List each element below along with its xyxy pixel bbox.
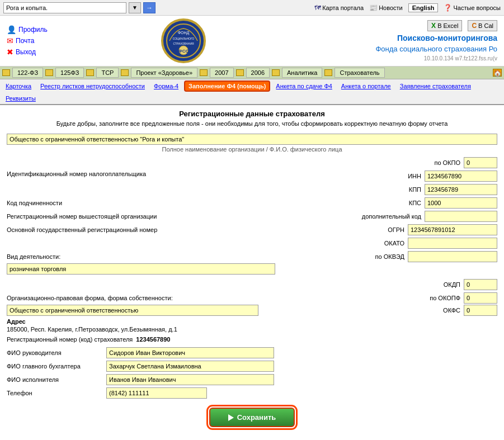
calc-icon: C bbox=[472, 22, 477, 30]
news-link[interactable]: 📰 Новости bbox=[369, 4, 403, 12]
inn-input[interactable]: 1234567890 bbox=[425, 171, 497, 182]
svg-point-0 bbox=[162, 20, 205, 62]
main-reg-label: Основной государственный регистрационный… bbox=[7, 226, 157, 233]
nav-tab-icon-5 bbox=[200, 69, 208, 76]
exit-link[interactable]: ✖ Выход bbox=[7, 48, 76, 56]
sub-code-label: Код подчиненности bbox=[7, 200, 62, 206]
nav-tab-fill-f4[interactable]: Заполнение Ф4 (помощь) bbox=[184, 81, 270, 92]
nav-tab-health[interactable]: Проект «Здоровье» bbox=[131, 68, 197, 78]
home-icon[interactable]: 🏠 bbox=[493, 69, 502, 77]
portal-logo: ФОНД СОЦИАЛЬНОГО СТРАХОВАНИЯ ФСС bbox=[158, 18, 209, 63]
nav-tab-122fz[interactable]: 122-ФЗ bbox=[12, 68, 43, 78]
id-tax-label: Идентификационный номер налогоплательщик… bbox=[7, 171, 146, 177]
kpp-input[interactable]: 123456789 bbox=[425, 184, 497, 195]
reg-num-insurer-label: Регистрационный номер (код) страхователя bbox=[7, 336, 133, 343]
nav-tab-icon-6 bbox=[236, 69, 244, 76]
map-icon: 🗺 bbox=[314, 4, 321, 12]
nav-tab-declaration[interactable]: Заявление страхователя bbox=[397, 82, 474, 91]
nav-tab-requisites[interactable]: Реквизиты bbox=[2, 94, 39, 103]
nav-tab-questionnaire-portal[interactable]: Анкета о портале bbox=[338, 82, 394, 91]
okved-label: по ОКВЭД bbox=[375, 253, 404, 260]
nav-tab-2007[interactable]: 2007 bbox=[210, 68, 233, 78]
org-name-input[interactable]: Общество с ограниченной ответственностью… bbox=[7, 134, 497, 145]
phone-row: Телефон (8142) 111111 bbox=[7, 387, 497, 399]
nav-tab-2006[interactable]: 2006 bbox=[246, 68, 270, 78]
secondary-nav: Карточка Реестр листков нетрудоспособнос… bbox=[0, 79, 504, 105]
activity-label: Вид деятельности: bbox=[7, 253, 60, 260]
activity-input[interactable]: розничная торговля bbox=[7, 263, 275, 275]
excel-export-button[interactable]: X В Excel bbox=[427, 20, 462, 31]
dop-kod-input[interactable] bbox=[425, 211, 497, 222]
profile-link[interactable]: 👤 Профиль bbox=[7, 25, 76, 34]
org-form-input[interactable]: Общество с ограниченной ответственностью bbox=[7, 305, 258, 316]
nav-tab-icon-1 bbox=[2, 69, 10, 76]
okfs-label: ОКФС bbox=[443, 307, 460, 314]
svg-text:СОЦИАЛЬНОГО: СОЦИАЛЬНОГО bbox=[173, 37, 195, 40]
ogrn-input[interactable]: 1234567891012 bbox=[408, 224, 497, 235]
executor-input[interactable]: Иванов Иван Иванович bbox=[106, 374, 274, 385]
server-info: 10.10.0.134 w7.fz122.fss.ru(v bbox=[424, 55, 497, 61]
okfs-input[interactable]: 0 bbox=[464, 305, 497, 316]
svg-text:ФОНД: ФОНД bbox=[178, 31, 190, 35]
faq-icon: ❓ bbox=[444, 4, 452, 12]
nav-tab-125fz[interactable]: 125ФЗ bbox=[55, 68, 84, 78]
nav-tab-analytics[interactable]: Аналитика bbox=[282, 68, 322, 78]
nav-tab-card[interactable]: Карточка bbox=[2, 82, 35, 91]
nav-tab-icon-2 bbox=[45, 69, 53, 76]
executor-row: ФИО исполнителя Иванов Иван Иванович bbox=[7, 374, 497, 385]
head-row: ФИО руководителя Сидоров Иван Викторович bbox=[7, 347, 497, 358]
chief-acc-row: ФИО главного бухгалтера Захарчук Светлан… bbox=[7, 361, 497, 372]
nav-tab-icon-8 bbox=[324, 69, 332, 76]
nav-tab-questionnaire-f4[interactable]: Анкета по сдаче Ф4 bbox=[272, 82, 336, 91]
okopf-input[interactable]: 0 bbox=[464, 292, 497, 304]
phone-label: Телефон bbox=[7, 390, 102, 396]
main-content: Регистрационные данные страхователя Будь… bbox=[0, 105, 504, 436]
executor-label: ФИО исполнителя bbox=[7, 376, 102, 383]
save-triangle-icon bbox=[228, 414, 234, 421]
nav-tab-icon-7 bbox=[272, 69, 280, 76]
search-area: Рога и копыта. ▼ → bbox=[3, 2, 156, 13]
phone-input[interactable]: (8142) 111111 bbox=[106, 387, 207, 399]
go-button[interactable]: → bbox=[143, 2, 156, 13]
address-value: 185000, Респ. Карелия, г.Петрозаводск, у… bbox=[7, 326, 497, 333]
org-name-label: Полное наименование организации / Ф.И.О.… bbox=[7, 146, 497, 153]
nav-tab-form4[interactable]: Форма-4 bbox=[150, 82, 182, 91]
chief-acc-input[interactable]: Захарчук Светлана Измаиловна bbox=[106, 361, 274, 372]
head-label: ФИО руководителя bbox=[7, 349, 102, 356]
user-links: 👤 Профиль ✉ Почта ✖ Выход bbox=[2, 18, 81, 64]
faq-link[interactable]: ❓ Частые вопросы bbox=[444, 4, 501, 12]
okdp-input[interactable]: 0 bbox=[464, 279, 497, 290]
calc-export-button[interactable]: C В Cal bbox=[468, 20, 497, 31]
nav-tab-icon-3 bbox=[86, 69, 94, 76]
page-title: Регистрационные данные страхователя bbox=[7, 110, 497, 118]
okato-input[interactable] bbox=[408, 238, 497, 249]
okpo-label: по ОКПО bbox=[434, 159, 460, 166]
nav-tab-tcp[interactable]: TCP bbox=[96, 68, 119, 78]
header-area: 👤 Профиль ✉ Почта ✖ Выход ФОНД СОЦИАЛЬНО… bbox=[0, 16, 504, 67]
save-btn-wrap: Сохранить bbox=[7, 408, 497, 427]
map-portal-link[interactable]: 🗺 Карта портала bbox=[314, 4, 364, 12]
language-selector: English bbox=[408, 3, 439, 12]
save-button[interactable]: Сохранить bbox=[209, 408, 295, 427]
english-lang-button[interactable]: English bbox=[408, 3, 439, 12]
okpo-input[interactable]: 0 bbox=[464, 157, 497, 168]
news-icon: 📰 bbox=[369, 4, 378, 12]
okved-input[interactable] bbox=[408, 251, 497, 262]
svg-text:ФСС: ФСС bbox=[178, 49, 189, 54]
address-label: Адрес bbox=[7, 318, 497, 325]
kpp-label: КПП bbox=[409, 186, 421, 193]
kps-input[interactable]: 1000 bbox=[425, 197, 497, 209]
nav-tab-insurer[interactable]: Страхователь bbox=[335, 68, 384, 78]
okopf-label: по ОКОПФ bbox=[430, 295, 460, 301]
portal-name: Поисково-мониторингова bbox=[397, 34, 497, 42]
nav-tab-registry[interactable]: Реестр листков нетрудоспособности bbox=[37, 82, 148, 91]
inn-label: ИНН bbox=[408, 173, 421, 179]
chief-acc-label: ФИО главного бухгалтера bbox=[7, 363, 102, 370]
head-input[interactable]: Сидоров Иван Викторович bbox=[106, 347, 274, 358]
okato-label: ОКАТО bbox=[384, 240, 404, 247]
kps-label: КПС bbox=[409, 200, 421, 206]
mail-link[interactable]: ✉ Почта bbox=[7, 36, 76, 45]
search-input[interactable]: Рога и копыта. bbox=[3, 2, 126, 13]
org-form-label: Организационно-правовая форма, форма соб… bbox=[7, 295, 173, 301]
search-button[interactable]: ▼ bbox=[129, 2, 141, 13]
